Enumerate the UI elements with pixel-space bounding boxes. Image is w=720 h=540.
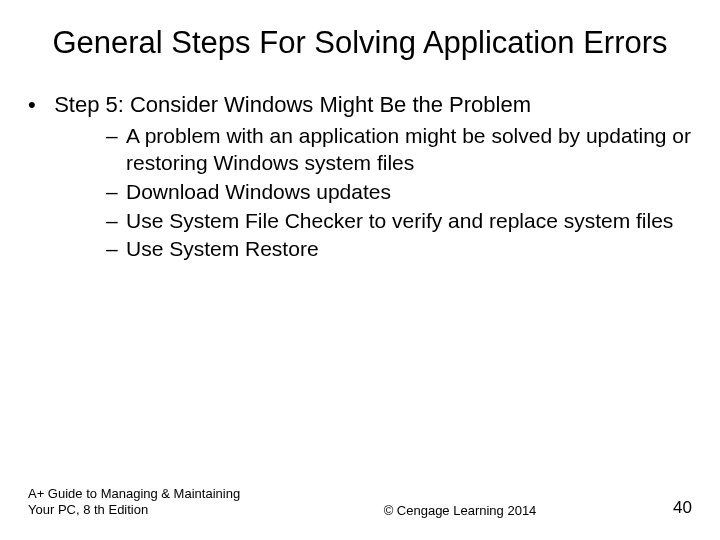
footer-copyright: © Cengage Learning 2014 bbox=[268, 503, 652, 518]
slide-footer: A+ Guide to Managing & Maintaining Your … bbox=[0, 486, 720, 519]
sub-bullet-text: A problem with an application might be s… bbox=[126, 124, 691, 174]
sub-bullet-item: A problem with an application might be s… bbox=[106, 123, 692, 177]
bullet-text: Step 5: Consider Windows Might Be the Pr… bbox=[54, 92, 531, 117]
sub-bullet-text: Download Windows updates bbox=[126, 180, 391, 203]
sub-bullet-text: Use System File Checker to verify and re… bbox=[126, 209, 673, 232]
bullet-list-level2: A problem with an application might be s… bbox=[48, 123, 692, 263]
slide-title: General Steps For Solving Application Er… bbox=[28, 24, 692, 63]
slide-content: Step 5: Consider Windows Might Be the Pr… bbox=[28, 91, 692, 264]
slide-number: 40 bbox=[652, 498, 692, 518]
sub-bullet-item: Use System Restore bbox=[106, 236, 692, 263]
sub-bullet-item: Use System File Checker to verify and re… bbox=[106, 208, 692, 235]
sub-bullet-text: Use System Restore bbox=[126, 237, 319, 260]
footer-left-text: A+ Guide to Managing & Maintaining Your … bbox=[28, 486, 268, 519]
bullet-item: Step 5: Consider Windows Might Be the Pr… bbox=[48, 91, 692, 264]
slide: General Steps For Solving Application Er… bbox=[0, 0, 720, 540]
sub-bullet-item: Download Windows updates bbox=[106, 179, 692, 206]
bullet-list-level1: Step 5: Consider Windows Might Be the Pr… bbox=[28, 91, 692, 264]
